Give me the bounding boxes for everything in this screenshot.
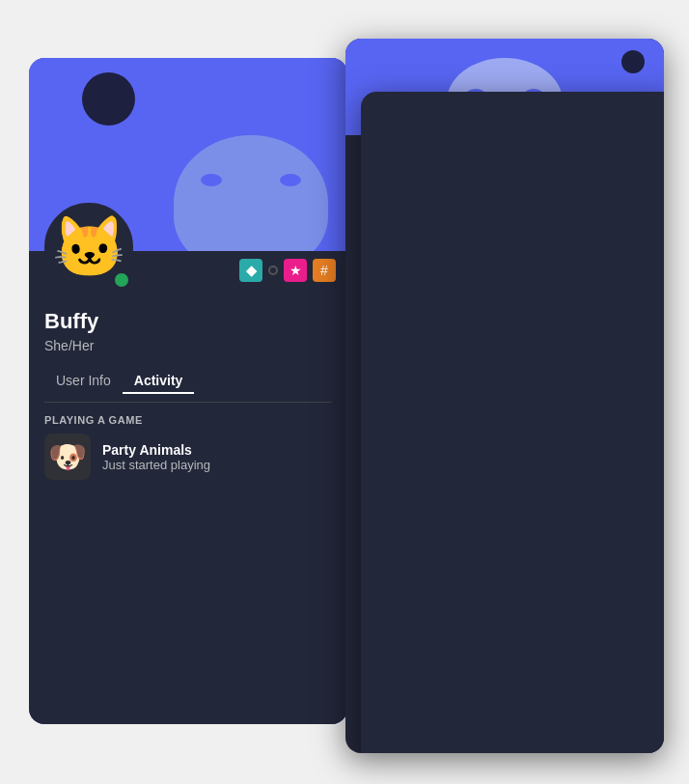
bg-playing-label: PLAYING A GAME bbox=[44, 414, 332, 426]
tab-activity[interactable]: Activity bbox=[123, 365, 195, 394]
bg-username: Buffy bbox=[44, 309, 332, 334]
bg-game-info: Party Animals Just started playing bbox=[102, 442, 210, 472]
bg-robot-eye-right bbox=[280, 174, 301, 186]
bg-game-status: Just started playing bbox=[102, 458, 210, 472]
bg-robot-head bbox=[174, 135, 328, 251]
bg-tabs: User Info Activity bbox=[44, 365, 332, 394]
bg-card-content: Buffy She/Her User Info Activity PLAYING… bbox=[29, 251, 347, 724]
bg-badge-pink: ★ bbox=[284, 259, 307, 282]
bg-badge-diamond: ◆ bbox=[239, 259, 262, 282]
tab-user-info[interactable]: User Info bbox=[44, 365, 123, 394]
bg-divider bbox=[44, 402, 332, 403]
bg-banner-circle bbox=[82, 72, 135, 126]
bg-game-name: Party Animals bbox=[102, 442, 210, 458]
bg-pronouns: She/Her bbox=[44, 338, 332, 353]
bg-game-activity: 🐶 Party Animals Just started playing bbox=[44, 434, 332, 480]
background-card: 🐱 ◆ ★ # Buffy She/Her User Info Activity… bbox=[29, 58, 347, 724]
bg-avatar-emoji: 🐱 bbox=[52, 217, 126, 277]
bg-badge-row: ◆ ★ # bbox=[239, 259, 336, 282]
foreground-card: 🐱 ◆ ★ # Buffy She/Her ABOUT ME 🍏 > 🍎 🍏 A… bbox=[345, 39, 664, 753]
scene: 🐱 ◆ ★ # Buffy She/Her User Info Activity… bbox=[0, 0, 689, 784]
fg-banner-circle bbox=[621, 50, 645, 73]
bg-robot-eye-left bbox=[201, 174, 222, 186]
fg-avatar-container: 🐱 bbox=[361, 92, 664, 753]
bg-avatar-container: 🐱 bbox=[44, 203, 133, 292]
bg-badge-hash: # bbox=[313, 259, 336, 282]
bg-game-icon: 🐶 bbox=[44, 434, 91, 480]
bg-status-indicator bbox=[112, 270, 131, 290]
bg-badge-dot bbox=[268, 266, 278, 275]
